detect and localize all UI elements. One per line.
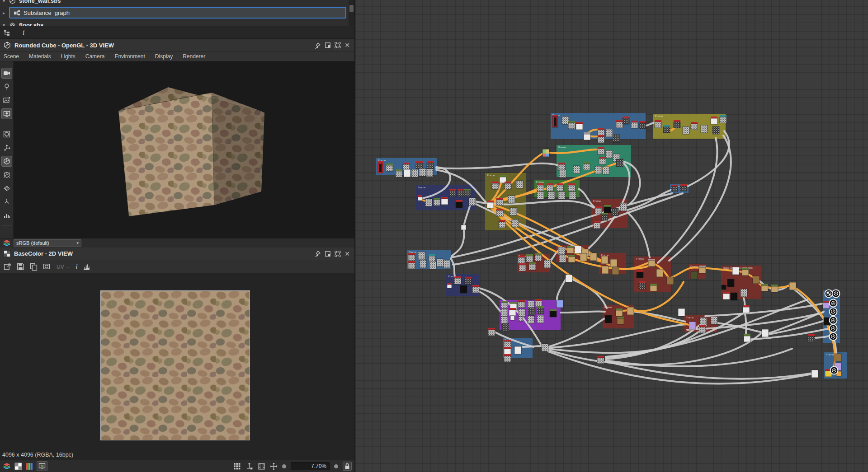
float-window-icon[interactable] (325, 42, 331, 48)
graph-node[interactable] (557, 183, 563, 191)
graph-node[interactable] (603, 167, 609, 174)
graph-node[interactable] (426, 169, 433, 177)
histogram-3d-button[interactable] (1, 210, 12, 221)
pan-move-icon[interactable] (270, 463, 278, 470)
output-node[interactable] (830, 299, 837, 307)
zoom-in-button[interactable] (334, 464, 338, 468)
explorer-item-graph-selected[interactable]: ▸ Substance_graph (0, 6, 354, 19)
graph-node[interactable] (753, 276, 760, 284)
graph-node[interactable] (601, 213, 608, 220)
menu-renderer[interactable]: Renderer (183, 53, 205, 60)
axis-pin-icon[interactable] (245, 463, 253, 470)
graph-node[interactable] (558, 247, 565, 255)
graph-node[interactable] (386, 164, 393, 171)
graph-node[interactable] (617, 317, 624, 324)
graph-node[interactable] (499, 220, 505, 228)
graph-node[interactable] (461, 225, 466, 230)
graph-node[interactable] (612, 267, 619, 275)
close-icon[interactable]: ✕ (344, 42, 350, 48)
graph-node[interactable] (595, 166, 602, 174)
graph-node[interactable] (558, 192, 565, 199)
display-mode-button[interactable] (37, 461, 47, 471)
zoom-level-field[interactable]: 7.70% (291, 462, 330, 470)
graph-node[interactable] (566, 275, 572, 282)
export-image-icon[interactable] (4, 263, 11, 271)
graph-node[interactable] (639, 121, 646, 129)
selected-graph-box[interactable]: Substance_graph (9, 7, 346, 19)
graph-node[interactable] (411, 169, 418, 177)
graph-node[interactable] (509, 308, 516, 316)
menu-materials[interactable]: Materials (29, 53, 51, 60)
graph-node[interactable] (408, 253, 415, 261)
graph-node[interactable] (656, 269, 663, 277)
graph-node[interactable] (616, 120, 623, 128)
grid-toggle-icon[interactable] (233, 463, 241, 470)
graph-node[interactable] (598, 135, 604, 143)
graph-node[interactable] (501, 309, 508, 317)
graph-node[interactable] (584, 132, 590, 140)
graph-node[interactable] (727, 279, 734, 287)
graph-node[interactable] (699, 266, 706, 273)
graph-node[interactable] (616, 308, 623, 316)
view3d-header[interactable]: Rounded Cube - OpenGL - 3D VIEW ✕ (0, 39, 354, 52)
graph-node[interactable] (648, 259, 655, 266)
graph-node[interactable] (568, 255, 575, 262)
graph-node[interactable] (595, 206, 602, 214)
graph-node[interactable] (639, 281, 646, 289)
graph-node[interactable] (528, 301, 534, 308)
color-layers-icon[interactable] (3, 239, 11, 247)
output-node[interactable] (830, 333, 837, 341)
graph-node[interactable] (732, 267, 739, 275)
graph-node[interactable] (449, 189, 456, 196)
graph-wire[interactable] (452, 230, 464, 257)
graph-node[interactable] (516, 181, 523, 188)
graph-node[interactable] (504, 354, 511, 362)
display-settings-button[interactable] (1, 108, 12, 119)
output-node[interactable] (830, 317, 837, 324)
graph-node[interactable] (743, 305, 750, 313)
graph-node[interactable] (590, 253, 597, 261)
graph-node[interactable] (542, 149, 549, 157)
graph-node[interactable] (429, 262, 436, 269)
graph-node[interactable] (562, 117, 569, 124)
explorer-item-package[interactable]: ▾ stone_wall.sbs (0, 0, 354, 6)
graph-node[interactable] (537, 183, 544, 191)
graph-node[interactable] (631, 121, 638, 128)
graph-node[interactable] (542, 344, 548, 351)
graph-node[interactable] (537, 315, 544, 323)
graph-node[interactable] (691, 271, 698, 279)
graph-node[interactable] (437, 259, 443, 266)
view2d-viewport[interactable]: 4096 x 4096 (RGBA, 16bpc) (0, 274, 354, 460)
info-icon[interactable]: i (23, 28, 24, 37)
graph-node[interactable] (602, 266, 609, 274)
graph-node[interactable] (731, 293, 737, 300)
graph-node[interactable] (528, 316, 534, 323)
graph-node[interactable] (613, 135, 620, 142)
graph-node[interactable] (722, 285, 726, 290)
graph-node[interactable] (496, 198, 503, 206)
graph-node[interactable] (711, 317, 717, 324)
copy-icon[interactable] (30, 263, 38, 271)
pin-icon[interactable] (314, 250, 321, 257)
graph-node[interactable] (441, 197, 448, 205)
graph-node[interactable] (598, 128, 604, 136)
graph-node[interactable] (762, 329, 769, 337)
float-window-icon[interactable] (325, 251, 331, 257)
output-node[interactable] (832, 290, 840, 298)
graph-node[interactable] (492, 182, 499, 189)
graph-node[interactable] (583, 162, 590, 170)
graph-node[interactable] (637, 270, 643, 278)
graph-node[interactable] (723, 292, 730, 299)
graph-node[interactable] (464, 189, 471, 196)
graph-node[interactable] (598, 147, 604, 154)
lock-zoom-button[interactable] (343, 462, 352, 471)
graph-node[interactable] (559, 170, 566, 178)
graph-node[interactable] (416, 161, 423, 169)
rgb-channels-icon[interactable] (26, 463, 33, 470)
graph-node[interactable] (472, 285, 479, 293)
graph-node[interactable] (811, 370, 818, 378)
graph-node[interactable] (443, 260, 450, 268)
explorer-scrollbar[interactable] (349, 0, 354, 26)
graph-wire[interactable] (561, 311, 605, 313)
view3d-viewport[interactable] (0, 61, 354, 238)
